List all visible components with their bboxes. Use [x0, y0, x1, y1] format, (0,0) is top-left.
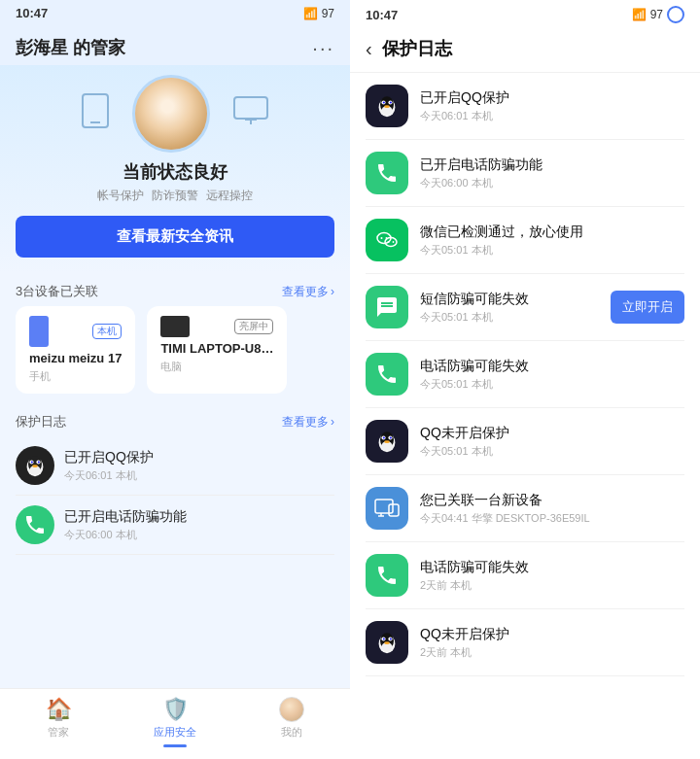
left-log-item-1: 已开启QQ保护 今天06:01 本机	[16, 436, 334, 496]
home-icon: 🏠	[46, 697, 72, 722]
left-log-title-2: 已开启电话防骗功能	[64, 508, 187, 526]
status-text: 当前状态良好	[122, 160, 228, 184]
badge-screen: 亮屏中	[234, 319, 273, 334]
svg-point-12	[32, 465, 38, 467]
right-status-icons: 📶 97	[632, 6, 684, 23]
left-log-time-1: 今天06:01 本机	[64, 468, 154, 483]
svg-rect-35	[375, 500, 393, 513]
right-log-text-1: 已开启QQ保护 今天06:01 本机	[420, 88, 684, 124]
right-log-text-3: 微信已检测通过，放心使用 今天05:01 本机	[420, 223, 684, 259]
left-time: 10:47	[16, 6, 48, 20]
left-log-time-2: 今天06:00 本机	[64, 528, 187, 542]
avatar	[132, 75, 210, 153]
svg-point-10	[31, 461, 33, 463]
phone-device-icon	[29, 316, 49, 347]
tablet-icon	[82, 93, 109, 135]
right-log-sub-2: 今天06:00 本机	[420, 176, 684, 190]
right-log-title-1: 已开启QQ保护	[420, 88, 684, 108]
right-log-phone-icon-2	[366, 152, 408, 194]
right-log-2: 已开启电话防骗功能 今天06:00 本机	[366, 140, 684, 207]
device-card-phone[interactable]: 本机 meizu meizu 17 手机	[16, 306, 135, 394]
more-options-icon[interactable]: ···	[312, 37, 334, 59]
svg-point-46	[384, 641, 390, 644]
nav-label-profile: 我的	[281, 725, 302, 740]
svg-point-18	[383, 101, 385, 103]
left-header: 彭海星 的管家 ···	[0, 26, 350, 65]
devices-count: 3台设备已关联	[16, 283, 98, 300]
right-log-title-3: 微信已检测通过，放心使用	[420, 223, 684, 242]
right-log-text-4: 短信防骗可能失效 今天05:01 本机	[420, 290, 599, 326]
left-log-item-2: 已开启电话防骗功能 今天06:00 本机	[16, 496, 334, 555]
right-log-5: 电话防骗可能失效 今天05:01 本机	[366, 341, 684, 408]
right-log-text-9: QQ未开启保护 2天前 本机	[420, 625, 684, 661]
right-time: 10:47	[366, 8, 398, 22]
log-more[interactable]: 查看更多 ›	[282, 414, 334, 431]
svg-point-32	[383, 436, 385, 438]
right-log-9: QQ未开启保护 2天前 本机	[366, 609, 684, 676]
left-log-text-1: 已开启QQ保护 今天06:01 本机	[64, 449, 154, 483]
svg-point-11	[38, 461, 40, 463]
device-card-laptop[interactable]: 亮屏中 TIMI LAPTOP-U8… 电脑	[147, 306, 287, 394]
right-log-qq-icon-9	[366, 621, 408, 664]
left-signal-icon: 📶	[303, 7, 318, 20]
right-log-text-7: 您已关联一台新设备 今天04:41 华擎 DESKTOP-36E59IL	[420, 491, 684, 527]
device-name-laptop: TIMI LAPTOP-U8…	[160, 341, 273, 356]
right-log-sub-1: 今天06:01 本机	[420, 109, 684, 123]
right-log-sms-icon-4	[366, 286, 408, 328]
right-log-sub-4: 今天05:01 本机	[420, 310, 599, 325]
back-button[interactable]: ‹	[366, 38, 372, 60]
left-status-bar: 10:47 📶 97	[0, 0, 350, 26]
left-title: 彭海星 的管家	[16, 36, 125, 59]
nav-item-security[interactable]: 🛡️ 应用安全	[117, 697, 233, 747]
status-sub: 帐号保护 防诈预警 远程操控	[97, 188, 253, 204]
activate-sms-button[interactable]: 立即开启	[611, 291, 684, 324]
device-type-phone: 手机	[29, 369, 51, 384]
right-header: ‹ 保护日志	[350, 29, 700, 73]
left-panel: 10:47 📶 97 彭海星 的管家 ··· 当前状态良好 帐号保护 防诈预警 …	[0, 0, 350, 759]
sub-remote: 远程操控	[206, 188, 253, 204]
device-name-phone: meizu meizu 17	[29, 351, 122, 365]
badge-local: 本机	[92, 324, 122, 339]
nav-item-profile[interactable]: 我的	[233, 697, 350, 747]
svg-point-45	[390, 638, 392, 639]
right-status-bar: 10:47 📶 97	[350, 0, 700, 29]
svg-rect-36	[389, 504, 399, 516]
svg-point-34	[384, 440, 390, 443]
right-log-text-8: 电话防骗可能失效 2天前 本机	[420, 558, 684, 594]
svg-point-19	[390, 101, 392, 103]
right-log-6: QQ未开启保护 今天05:01 本机	[366, 408, 684, 475]
left-status-icons: 📶 97	[303, 7, 334, 20]
right-log-list: 已开启QQ保护 今天06:01 本机 已开启电话防骗功能 今天06:00 本机	[350, 73, 700, 759]
svg-point-44	[383, 638, 385, 639]
right-battery: 97	[650, 8, 663, 21]
left-log-phone-icon-2	[16, 505, 54, 544]
right-log-title-8: 电话防骗可能失效	[420, 558, 684, 577]
right-log-8: 电话防骗可能失效 2天前 本机	[366, 542, 684, 609]
right-log-sub-8: 2天前 本机	[420, 578, 684, 593]
right-log-sub-6: 今天05:01 本机	[420, 444, 684, 459]
right-log-qq-icon-6	[366, 420, 408, 463]
right-log-title-7: 您已关联一台新设备	[420, 491, 684, 510]
nav-label-security: 应用安全	[154, 725, 196, 740]
right-log-title-6: QQ未开启保护	[420, 424, 684, 443]
right-log-phone-icon-5	[366, 353, 408, 396]
svg-point-22	[381, 237, 383, 239]
right-panel: 10:47 📶 97 ‹ 保护日志	[350, 0, 700, 759]
devices-section-header: 3台设备已关联 查看更多 ›	[0, 273, 350, 306]
svg-point-33	[390, 436, 392, 438]
devices-more[interactable]: 查看更多 ›	[282, 284, 334, 300]
left-log-title-1: 已开启QQ保护	[64, 449, 154, 466]
nav-active-indicator	[163, 744, 187, 747]
log-section-header: 保护日志 查看更多 ›	[0, 403, 350, 436]
nav-label-home: 管家	[48, 725, 69, 740]
nav-item-home[interactable]: 🏠 管家	[0, 697, 117, 747]
right-signal-icon: 📶	[632, 8, 647, 21]
right-log-title-4: 短信防骗可能失效	[420, 290, 599, 309]
right-log-sub-3: 今天05:01 本机	[420, 243, 684, 258]
right-log-4: 短信防骗可能失效 今天05:01 本机 立即开启	[366, 274, 684, 341]
svg-point-25	[388, 241, 390, 243]
right-log-text-2: 已开启电话防骗功能 今天06:00 本机	[420, 155, 684, 191]
monitor-device-icon	[160, 316, 190, 337]
right-log-title-9: QQ未开启保护	[420, 625, 684, 644]
news-button[interactable]: 查看最新安全资讯	[16, 216, 334, 258]
